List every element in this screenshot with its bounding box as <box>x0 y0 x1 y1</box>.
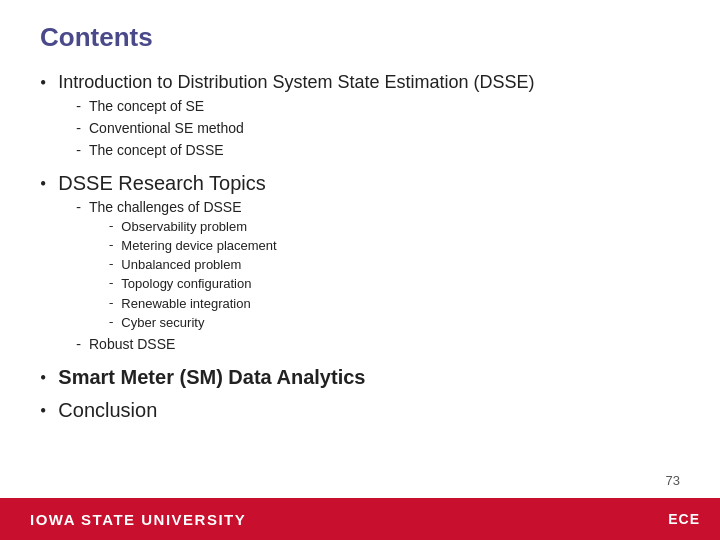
bullet-intro: • Introduction to Distribution System St… <box>40 71 680 162</box>
dash-9: - <box>109 295 113 311</box>
dash-7: - <box>109 256 113 272</box>
concept-se-label: The concept of SE <box>89 97 204 117</box>
bullet-dot-1: • <box>40 73 46 94</box>
dash-5: - <box>109 218 113 234</box>
sub-sub-topology: - Topology configuration <box>109 275 277 293</box>
sub-item-robust-dsse: - Robust DSSE <box>76 335 276 355</box>
slide: Contents • Introduction to Distribution … <box>0 0 720 540</box>
dash-6: - <box>109 237 113 253</box>
sub-item-challenges: - The challenges of DSSE - Observability… <box>76 198 276 333</box>
sub-item-concept-dsse: - The concept of DSSE <box>76 141 534 161</box>
slide-title: Contents <box>40 22 680 53</box>
observability-label: Observability problem <box>121 218 247 236</box>
sub-sub-cyber-security: - Cyber security <box>109 314 277 332</box>
bullet-smart-meter: • Smart Meter (SM) Data Analytics <box>40 366 680 389</box>
intro-sub-items: - The concept of SE - Conventional SE me… <box>76 97 534 160</box>
bullet-conclusion: • Conclusion <box>40 399 680 422</box>
conclusion-label: Conclusion <box>58 399 157 422</box>
dsse-topics-content: DSSE Research Topics - The challenges of… <box>58 172 276 356</box>
dsse-sub-items: - The challenges of DSSE - Observability… <box>76 198 276 354</box>
bullet-dsse-topics: • DSSE Research Topics - The challenges … <box>40 172 680 356</box>
smart-meter-label: Smart Meter (SM) Data Analytics <box>58 366 365 389</box>
dash-1: - <box>76 98 81 114</box>
challenges-label: The challenges of DSSE <box>89 199 242 215</box>
dash-3: - <box>76 142 81 158</box>
sub-sub-renewable: - Renewable integration <box>109 295 277 313</box>
metering-label: Metering device placement <box>121 237 276 255</box>
unbalanced-label: Unbalanced problem <box>121 256 241 274</box>
challenges-content: The challenges of DSSE - Observability p… <box>89 198 277 333</box>
concept-dsse-label: The concept of DSSE <box>89 141 224 161</box>
dash-4: - <box>76 199 81 215</box>
bullet-intro-content: Introduction to Distribution System Stat… <box>58 71 534 162</box>
sub-item-conventional-se: - Conventional SE method <box>76 119 534 139</box>
bullet-dot-4: • <box>40 401 46 422</box>
department-label: ECE <box>668 511 700 527</box>
dash-10: - <box>109 314 113 330</box>
sub-sub-metering: - Metering device placement <box>109 237 277 255</box>
renewable-label: Renewable integration <box>121 295 250 313</box>
bullet-dot-3: • <box>40 368 46 389</box>
footer: Iowa State University ECE <box>0 498 720 540</box>
cyber-security-label: Cyber security <box>121 314 204 332</box>
sub-sub-items: - Observability problem - Metering devic… <box>109 218 277 332</box>
dsse-topics-label: DSSE Research Topics <box>58 172 266 194</box>
sub-sub-observability: - Observability problem <box>109 218 277 236</box>
conventional-se-label: Conventional SE method <box>89 119 244 139</box>
robust-dsse-label: Robust DSSE <box>89 335 175 355</box>
topology-label: Topology configuration <box>121 275 251 293</box>
page-number: 73 <box>666 473 680 488</box>
bullet-dot-2: • <box>40 174 46 195</box>
dash-11: - <box>76 336 81 352</box>
dash-2: - <box>76 120 81 136</box>
intro-label: Introduction to Distribution System Stat… <box>58 72 534 92</box>
university-name: Iowa State University <box>30 511 246 528</box>
dash-8: - <box>109 275 113 291</box>
slide-content: Contents • Introduction to Distribution … <box>0 0 720 498</box>
sub-sub-unbalanced: - Unbalanced problem <box>109 256 277 274</box>
sub-item-concept-se: - The concept of SE <box>76 97 534 117</box>
